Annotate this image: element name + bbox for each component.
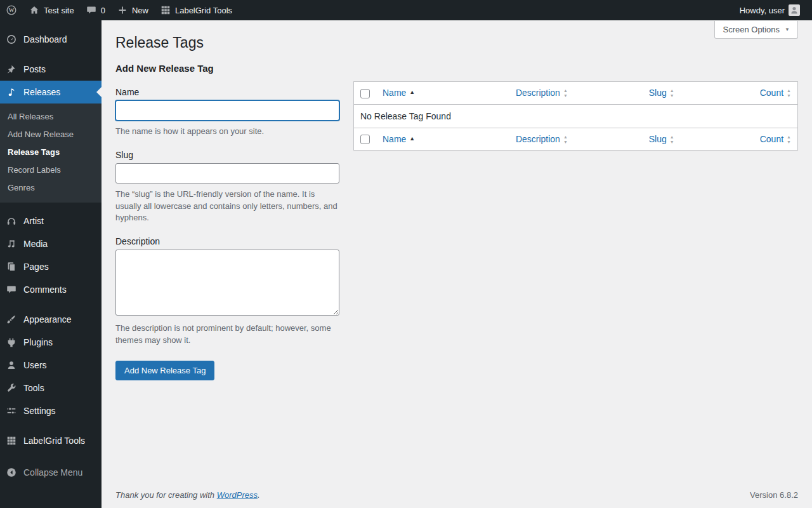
sidebar-item-users[interactable]: Users bbox=[0, 354, 102, 377]
my-account-menu[interactable]: Howdy, user bbox=[734, 0, 806, 20]
sidebar-item-label: LabelGrid Tools bbox=[23, 435, 85, 446]
sidebar-item-labelgrid-tools[interactable]: LabelGrid Tools bbox=[0, 429, 102, 452]
pushpin-icon bbox=[5, 63, 18, 76]
comments-menu[interactable]: 0 bbox=[80, 0, 111, 20]
sidebar-item-settings[interactable]: Settings bbox=[0, 399, 102, 422]
sortable-icon: ▲▼ bbox=[670, 135, 674, 144]
add-new-release-tag-button[interactable]: Add New Release Tag bbox=[115, 361, 214, 380]
name-help-text: The name is how it appears on your site. bbox=[115, 126, 339, 138]
form-heading: Add New Release Tag bbox=[115, 62, 339, 75]
new-content-menu[interactable]: New bbox=[111, 0, 154, 20]
sidebar-item-label: Artist bbox=[23, 215, 44, 227]
sort-ascending-icon: ▲ bbox=[409, 90, 415, 95]
slug-field-group: Slug The “slug” is the URL-friendly vers… bbox=[115, 150, 339, 225]
collapse-menu-button[interactable]: Collapse Menu bbox=[0, 461, 102, 484]
site-name-menu[interactable]: Test site bbox=[23, 0, 80, 20]
select-all-checkbox[interactable] bbox=[360, 135, 370, 144]
sort-by-description-header[interactable]: Description ▲▼ bbox=[516, 88, 568, 98]
home-icon bbox=[29, 4, 40, 16]
sidebar-item-dashboard[interactable]: Dashboard bbox=[0, 28, 102, 51]
sort-by-count-header[interactable]: Count ▲▼ bbox=[760, 134, 791, 144]
menu-separator bbox=[0, 422, 102, 429]
footer-thanks: Thank you for creating with WordPress. bbox=[115, 490, 260, 500]
slug-input[interactable] bbox=[115, 163, 339, 184]
tags-table-column: Name ▲ Description ▲▼ bbox=[353, 81, 798, 151]
name-field-group: Name The name is how it appears on your … bbox=[115, 87, 339, 138]
submenu-item-genres[interactable]: Genres bbox=[0, 179, 102, 197]
sidebar-item-media[interactable]: Media bbox=[0, 232, 102, 255]
collapse-menu-label: Collapse Menu bbox=[23, 467, 82, 478]
empty-message: No Release Tag Found bbox=[354, 104, 798, 128]
sidebar-item-label: Settings bbox=[23, 405, 56, 417]
select-all-checkbox[interactable] bbox=[360, 89, 370, 98]
user-avatar bbox=[789, 4, 800, 16]
table-footer-row: Name ▲ Description ▲▼ bbox=[354, 128, 798, 150]
sort-ascending-icon: ▲ bbox=[409, 136, 415, 142]
submenu-item-add-new-release[interactable]: Add New Release bbox=[0, 126, 102, 144]
admin-bar-right: Howdy, user bbox=[734, 0, 812, 20]
description-label: Description bbox=[115, 236, 339, 246]
submenu-item-record-labels[interactable]: Record Labels bbox=[0, 161, 102, 179]
headphones-icon bbox=[5, 215, 18, 227]
table-header-row: Name ▲ Description ▲▼ bbox=[354, 81, 798, 104]
menu-separator bbox=[0, 203, 102, 210]
sort-by-slug-header[interactable]: Slug ▲▼ bbox=[649, 88, 674, 98]
sidebar-item-artist[interactable]: Artist bbox=[0, 210, 102, 232]
wordpress-link[interactable]: WordPress bbox=[217, 490, 258, 500]
submenu-item-all-releases[interactable]: All Releases bbox=[0, 108, 102, 126]
sidebar-item-plugins[interactable]: Plugins bbox=[0, 331, 102, 354]
sortable-icon: ▲▼ bbox=[563, 135, 568, 144]
screen-options-button[interactable]: Screen Options ▼ bbox=[714, 21, 798, 39]
taxonomy-columns: Add New Release Tag Name The name is how… bbox=[115, 62, 798, 380]
sortable-icon: ▲▼ bbox=[787, 88, 791, 98]
sidebar-item-tools[interactable]: Tools bbox=[0, 377, 102, 399]
admin-sidebar: Dashboard Posts Releases All Releases Ad… bbox=[0, 20, 102, 508]
sidebar-item-posts[interactable]: Posts bbox=[0, 58, 102, 81]
sortable-icon: ▲▼ bbox=[563, 88, 568, 98]
collapse-arrow-icon bbox=[5, 466, 18, 479]
chevron-down-icon: ▼ bbox=[785, 27, 790, 32]
page-wrap: Release Tags Add New Release Tag Name Th… bbox=[102, 20, 812, 484]
sidebar-item-comments[interactable]: Comments bbox=[0, 278, 102, 301]
comment-bubble-icon bbox=[86, 4, 97, 16]
beamed-notes-icon bbox=[5, 237, 18, 250]
site-name: Test site bbox=[44, 6, 74, 15]
menu-separator bbox=[0, 51, 102, 58]
sliders-icon bbox=[5, 404, 18, 417]
description-field-group: Description The description is not promi… bbox=[115, 236, 339, 347]
comment-bubble-icon bbox=[5, 283, 18, 296]
release-tags-table: Name ▲ Description ▲▼ bbox=[353, 81, 798, 151]
sort-by-description-header[interactable]: Description ▲▼ bbox=[516, 134, 568, 144]
sidebar-item-label: Pages bbox=[23, 261, 49, 272]
labelgrid-tools-menu[interactable]: LabelGrid Tools bbox=[154, 0, 238, 20]
labelgrid-tools-label: LabelGrid Tools bbox=[175, 6, 232, 15]
howdy-label: Howdy, user bbox=[740, 6, 785, 15]
sidebar-item-pages[interactable]: Pages bbox=[0, 255, 102, 278]
sidebar-item-label: Releases bbox=[23, 86, 60, 98]
sort-by-name-header[interactable]: Name ▲ bbox=[383, 134, 415, 144]
slug-label: Slug bbox=[115, 150, 339, 160]
sort-by-name-header[interactable]: Name ▲ bbox=[383, 88, 415, 98]
plug-icon bbox=[5, 336, 18, 349]
submenu-item-release-tags[interactable]: Release Tags bbox=[0, 144, 102, 161]
name-label: Name bbox=[115, 87, 339, 97]
sort-by-slug-header[interactable]: Slug ▲▼ bbox=[649, 134, 674, 144]
sort-by-count-header[interactable]: Count ▲▼ bbox=[760, 88, 791, 98]
sidebar-item-releases[interactable]: Releases bbox=[0, 81, 102, 104]
wordpress-logo-menu[interactable]: W bbox=[0, 0, 23, 20]
sidebar-item-label: Dashboard bbox=[23, 34, 67, 45]
user-icon bbox=[5, 359, 18, 371]
sidebar-item-appearance[interactable]: Appearance bbox=[0, 308, 102, 331]
sidebar-item-label: Plugins bbox=[23, 337, 53, 348]
svg-text:W: W bbox=[9, 7, 15, 13]
sidebar-item-label: Appearance bbox=[23, 314, 72, 325]
collapse-menu-wrap: Collapse Menu bbox=[0, 461, 102, 484]
releases-submenu: All Releases Add New Release Release Tag… bbox=[0, 104, 102, 203]
name-input[interactable] bbox=[115, 100, 339, 121]
description-textarea[interactable] bbox=[115, 250, 339, 316]
admin-content: Screen Options ▼ Release Tags Add New Re… bbox=[102, 0, 812, 508]
paintbrush-icon bbox=[5, 313, 18, 326]
pages-icon bbox=[5, 260, 18, 273]
admin-footer: Thank you for creating with WordPress. V… bbox=[102, 484, 812, 508]
add-tag-form: Add New Release Tag Name The name is how… bbox=[115, 62, 339, 380]
